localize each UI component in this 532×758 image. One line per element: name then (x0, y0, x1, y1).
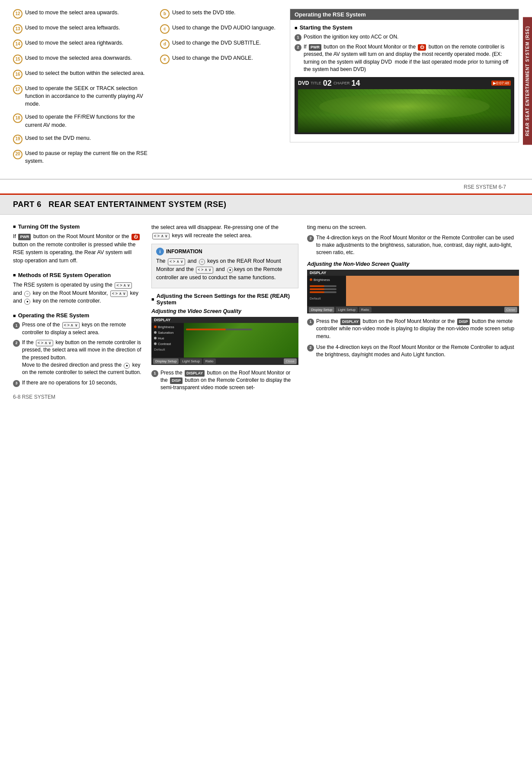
adjust-step-num-2: 2 (307, 235, 314, 242)
item-text: Used to set the DVD menu. (25, 134, 91, 142)
display-left-panel-2: Brightness Default (307, 276, 346, 306)
top-right-column: Operating the RSE System Starting the Sy… (285, 9, 519, 170)
saturation-item: Saturation (153, 330, 183, 335)
turning-off-heading: Turning Off the System (13, 223, 143, 230)
info-box: i INFORMATION The < > ∧ ∨ and ○ keys on … (151, 244, 298, 288)
display-top-bar-2: DISPLAY (307, 270, 519, 276)
power-btn-2: ⏻ (131, 234, 140, 241)
step-num-2: 2 (295, 44, 301, 51)
continued-text-middle: the select area will disappear. Re-press… (151, 223, 298, 240)
list-item: 13 Used to move the select area leftward… (13, 24, 151, 34)
title-num: 02 (323, 79, 332, 88)
ratio-btn-2[interactable]: Ratio (359, 307, 372, 313)
display-right-non-video (346, 276, 519, 306)
dvd-label: DVD (298, 80, 309, 86)
item-text: Used to move the select area upwards. (25, 9, 119, 16)
display-body-2: Brightness Default (307, 276, 519, 306)
video-screen-quality-heading: Adjusting the Video Screen Quality (151, 308, 298, 314)
dvd-image (298, 89, 511, 132)
side-tab: REAR SEAT ENTERTAINMENT SYSTEM (RSE) (523, 17, 532, 145)
turning-off-block: Turning Off the System If PWR button on … (13, 223, 143, 265)
list-item: c Used to change the DVD AUDIO language. (160, 24, 277, 34)
bottom-middle-column: the select area will disappear. Re-press… (151, 223, 298, 400)
info-box-title: i INFORMATION (156, 248, 294, 255)
list-item: 18 Used to operate the FF/REW functions … (13, 113, 151, 129)
step-2: 2 If PWR button on the Root Mount Monito… (295, 43, 514, 74)
part-header-text: PART 6 REAR SEAT ENTERTAINMENT SYSTEM (R… (13, 200, 519, 209)
contrast-item: Contrast (153, 341, 183, 347)
adjusting-screen-heading: Adjusting the Screen Settings for the RS… (151, 293, 298, 306)
power-button-icon: ⏻ (418, 44, 426, 51)
non-video-step-num-1: 1 (307, 319, 314, 326)
brightness-item: Brightness (153, 324, 183, 330)
part-header: PART 6 REAR SEAT ENTERTAINMENT SYSTEM (R… (0, 194, 532, 215)
keys-badge-7: < > ∧ ∨ (196, 267, 213, 274)
item-text: Used to change the DVD ANGLE. (172, 54, 253, 62)
dvd-info-bar: DVD TITLE 02 CHAPER 14 ▶0:07:48 (298, 79, 511, 88)
bottom-right-column: ting menu on the screen. 2 The 4-directi… (307, 223, 519, 400)
time-badge: ▶0:07:48 (491, 81, 511, 86)
list-item: 12 Used to move the select area upwards. (13, 9, 151, 19)
pwr-badge: PWR (309, 44, 321, 51)
dvd-display: DVD TITLE 02 CHAPER 14 ▶0:07:48 (295, 77, 514, 134)
page-number-bottom: 6-8 RSE SYSTEM (13, 394, 143, 400)
keys-badge-5: < > ∧ ∨ (152, 233, 170, 240)
display-setup-btn-2[interactable]: Display Setup (309, 307, 334, 313)
item-text: Used to select the button within the sel… (25, 69, 145, 77)
list-item: 16 Used to select the button within the … (13, 69, 151, 79)
list-item: 20 Used to pause or replay the current f… (13, 149, 151, 165)
operating-rse-block: Operating the RSE System 1 Press one of … (13, 312, 143, 387)
hue-item: Hue (153, 335, 183, 341)
non-video-block: Adjusting the Non-Video Screen Quality D… (307, 261, 519, 359)
close-btn-non-video[interactable]: Close (504, 307, 517, 313)
item-icon-15: 15 (13, 55, 22, 64)
item-text: Used to sets the DVD title. (172, 9, 236, 16)
step-op-3: 3 If there are no operations for 10 seco… (13, 379, 143, 387)
non-video-steps: 1 Press the DISPLAY button on the Roof M… (307, 318, 519, 359)
ratio-btn[interactable]: Ratio (203, 358, 216, 364)
list-item: e Used to change the DVD ANGLE. (160, 54, 277, 64)
step-op-text-2: If the < > ∧ ∨ key button on the remote … (22, 339, 143, 377)
page-number-top: RSE SYSTEM 6-7 (0, 184, 532, 194)
item-icon-12: 12 (13, 9, 22, 19)
light-setup-btn[interactable]: Light Setup (180, 358, 202, 364)
bottom-left-column: Turning Off the System If PWR button on … (13, 223, 143, 400)
disp-badge-2: DISP (457, 319, 470, 325)
list-item: b Used to sets the DVD title. (160, 9, 277, 19)
keys-badge-1: < > ∧ ∨ (115, 282, 132, 289)
adjust-step-1: 1 Press the DISPLAY button on the Roof M… (151, 369, 298, 392)
item-icon-18: 18 (13, 113, 22, 123)
non-video-step-2: 2 Use the 4-direction keys on the Roof M… (307, 344, 519, 359)
step-op-text-1: Press one of the < > ∧ ∨ keys on the rem… (22, 321, 143, 336)
methods-block: Methods of RSE System Operation The RSE … (13, 272, 143, 305)
ok-badge-1: ○ (24, 291, 30, 297)
item-text: Used to operate the SEEK or TRACK select… (25, 84, 151, 108)
step-op-num-1: 1 (13, 322, 20, 329)
info-title-text: INFORMATION (166, 248, 202, 255)
display-body: Brightness Saturation Hue Contrast Defau… (151, 323, 298, 358)
display-setup-btn[interactable]: Display Setup (153, 358, 179, 364)
list-item: 14 Used to move the select area rightwar… (13, 39, 151, 49)
step-num-1: 1 (295, 34, 301, 41)
item-icon-16: 16 (13, 70, 22, 79)
adjust-step-text-2: The 4-direction keys on the Roof Mount M… (316, 234, 519, 257)
ok-badge-2: ● (24, 299, 30, 305)
item-text: Used to move the select area leftwards. (25, 24, 120, 32)
item-text: Used to change the DVD SUBTITLE. (172, 39, 261, 47)
close-btn-video[interactable]: Close (284, 358, 297, 364)
list-item: 19 Used to set the DVD menu. (13, 134, 151, 144)
display-bottom-bar-video: Display Setup Light Setup Ratio Close (151, 358, 298, 365)
ok-badge-3: ● (124, 363, 130, 369)
non-video-step-1: 1 Press the DISPLAY button on the Roof M… (307, 318, 519, 340)
title-label: TITLE (311, 81, 321, 85)
ok-badge-4: ○ (199, 259, 205, 265)
step-op-2: 2 If the < > ∧ ∨ key button on the remot… (13, 339, 143, 377)
display-badge-2: DISPLAY (340, 319, 360, 325)
default-item-2: Default (308, 296, 345, 301)
non-video-heading: Adjusting the Non-Video Screen Quality (307, 261, 519, 267)
part-number: PART 6 (13, 200, 42, 209)
pwr-badge-2: PWR (18, 234, 31, 241)
light-setup-btn-2[interactable]: Light Setup (336, 307, 357, 313)
item-icon-14: 14 (13, 39, 22, 49)
item-icon-17: 17 (13, 85, 22, 94)
